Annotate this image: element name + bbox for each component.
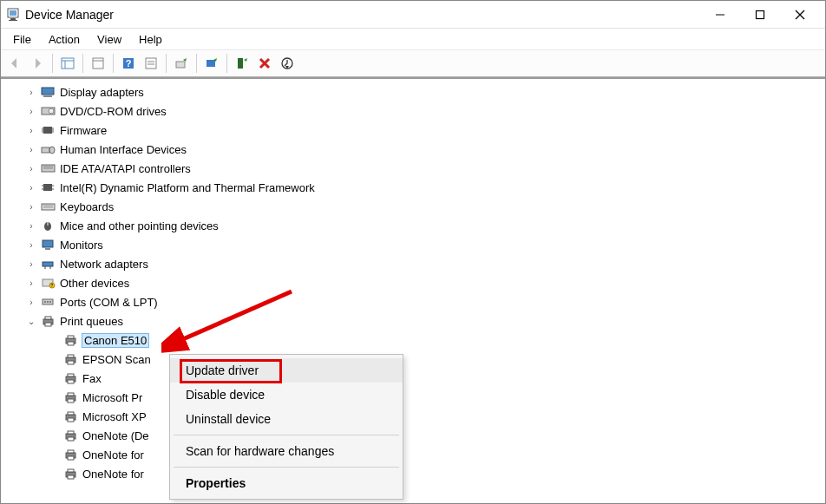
expand-icon[interactable]: ›: [25, 181, 37, 193]
expand-icon[interactable]: ›: [25, 296, 37, 308]
enable-device-button[interactable]: [201, 53, 222, 74]
tree-label: Display adapters: [60, 86, 144, 99]
menu-uninstall-device[interactable]: Uninstall device: [170, 407, 403, 431]
tree-node-network[interactable]: › Network adapters: [1, 254, 825, 273]
expand-icon[interactable]: ›: [25, 200, 37, 213]
properties-button[interactable]: [88, 53, 108, 74]
tree-label: Canon E510: [82, 334, 148, 347]
tree-node-onenote-de[interactable]: OneNote (De: [1, 426, 825, 445]
tree-label: Human Interface Devices: [60, 143, 187, 156]
svg-rect-19: [206, 60, 215, 67]
action-properties-button[interactable]: [141, 53, 161, 74]
menu-properties[interactable]: Properties: [170, 471, 403, 495]
svg-point-58: [44, 301, 46, 303]
scan-hardware-button[interactable]: [277, 53, 298, 74]
tree-label: Monitors: [60, 239, 103, 252]
menu-update-driver[interactable]: Update driver: [170, 358, 403, 383]
menu-disable-device[interactable]: Disable device: [170, 383, 403, 407]
toolbar-separator: [52, 54, 53, 73]
tree-label: Ports (COM & LPT): [60, 296, 158, 309]
tree-label: OneNote for: [82, 448, 144, 461]
firmware-icon: [41, 123, 56, 137]
expand-icon[interactable]: ›: [25, 124, 37, 136]
back-button[interactable]: [4, 53, 25, 74]
svg-point-59: [47, 301, 49, 303]
tree-node-epson-scan[interactable]: EPSON Scan: [1, 350, 825, 369]
tree-node-display-adapters[interactable]: › Display adapters: [1, 82, 825, 101]
expand-icon[interactable]: ›: [25, 143, 37, 155]
ide-icon: [41, 161, 56, 175]
menu-action[interactable]: Action: [40, 31, 88, 48]
expand-icon[interactable]: ›: [25, 86, 37, 98]
expand-icon[interactable]: ›: [25, 277, 37, 289]
svg-rect-51: [43, 262, 53, 266]
svg-rect-34: [42, 147, 49, 153]
svg-rect-87: [68, 475, 74, 479]
delete-button[interactable]: [254, 53, 275, 74]
tree-node-microsoft-xp[interactable]: Microsoft XP: [1, 407, 825, 426]
minimize-button[interactable]: [700, 2, 740, 28]
svg-rect-20: [238, 58, 243, 69]
tree-node-ports[interactable]: › Ports (COM & LPT): [1, 292, 825, 311]
menu-help[interactable]: Help: [130, 31, 171, 48]
tree-label: IDE ATA/ATAPI controllers: [60, 162, 191, 175]
tree-node-microsoft-pr[interactable]: Microsoft Pr: [1, 388, 825, 407]
help-button[interactable]: ?: [118, 53, 139, 74]
window-title: Device Manager: [25, 8, 700, 22]
show-hide-tree-button[interactable]: [57, 53, 78, 74]
toolbar-separator: [82, 54, 83, 73]
collapse-icon[interactable]: ⌄: [25, 315, 37, 327]
tree-node-ide[interactable]: › IDE ATA/ATAPI controllers: [1, 159, 825, 178]
tree-node-dvd-cd[interactable]: › DVD/CD-ROM drives: [1, 101, 825, 121]
tree-label: OneNote (De: [82, 429, 149, 442]
titlebar: Device Manager: [1, 1, 825, 29]
tree-node-print-queues[interactable]: ⌄ Print queues: [1, 311, 825, 331]
svg-rect-49: [43, 240, 53, 247]
svg-rect-84: [68, 456, 74, 460]
tree-node-canon-e510[interactable]: Canon E510: [1, 331, 825, 350]
tree-node-onenote-for1[interactable]: OneNote for: [1, 445, 825, 464]
tree-node-hid[interactable]: › Human Interface Devices: [1, 140, 825, 159]
tree-node-other[interactable]: › ? Other devices: [1, 273, 825, 292]
svg-rect-74: [68, 393, 74, 396]
menu-file[interactable]: File: [4, 31, 40, 48]
menu-view[interactable]: View: [88, 31, 130, 48]
chip-icon: [41, 180, 56, 194]
tree-label: Other devices: [60, 277, 129, 290]
menu-scan-hardware[interactable]: Scan for hardware changes: [170, 439, 403, 463]
tree-node-onenote-for2[interactable]: OneNote for: [1, 464, 825, 483]
update-driver-button[interactable]: [171, 53, 192, 74]
expand-icon[interactable]: ›: [25, 258, 37, 270]
maximize-button[interactable]: [740, 2, 780, 28]
device-tree: › Display adapters › DVD/CD-ROM drives ›…: [1, 77, 825, 501]
tree-node-intel-dptf[interactable]: › Intel(R) Dynamic Platform and Thermal …: [1, 178, 825, 197]
tree-node-mice[interactable]: › Mice and other pointing devices: [1, 216, 825, 235]
tree-label: Microsoft XP: [82, 410, 147, 423]
svg-rect-80: [68, 431, 74, 434]
tree-label: Firmware: [60, 124, 107, 137]
tree-node-fax[interactable]: Fax: [1, 369, 825, 388]
toolbar-separator: [166, 54, 167, 73]
other-icon: ?: [41, 276, 56, 290]
svg-rect-18: [176, 62, 185, 68]
tree-node-firmware[interactable]: › Firmware: [1, 121, 825, 140]
toolbar: ?: [1, 49, 825, 77]
expand-icon[interactable]: ›: [25, 219, 37, 232]
close-button[interactable]: [780, 2, 820, 28]
tree-label: DVD/CD-ROM drives: [60, 105, 167, 118]
uninstall-button[interactable]: [232, 53, 252, 74]
printer-icon: [63, 371, 79, 385]
forward-button[interactable]: [27, 53, 48, 74]
printer-icon: [63, 409, 79, 423]
expand-icon[interactable]: ›: [25, 239, 37, 251]
tree-node-keyboards[interactable]: › Keyboards: [1, 197, 825, 216]
tree-node-monitors[interactable]: › Monitors: [1, 235, 825, 254]
expand-icon[interactable]: ›: [25, 162, 37, 174]
tree-label: Print queues: [60, 315, 123, 328]
tree-label: Fax: [82, 372, 102, 385]
display-adapter-icon: [41, 85, 56, 99]
expand-icon[interactable]: ›: [25, 105, 37, 117]
hid-icon: [41, 142, 56, 156]
svg-text:?: ?: [126, 58, 132, 69]
svg-rect-1: [10, 18, 16, 20]
